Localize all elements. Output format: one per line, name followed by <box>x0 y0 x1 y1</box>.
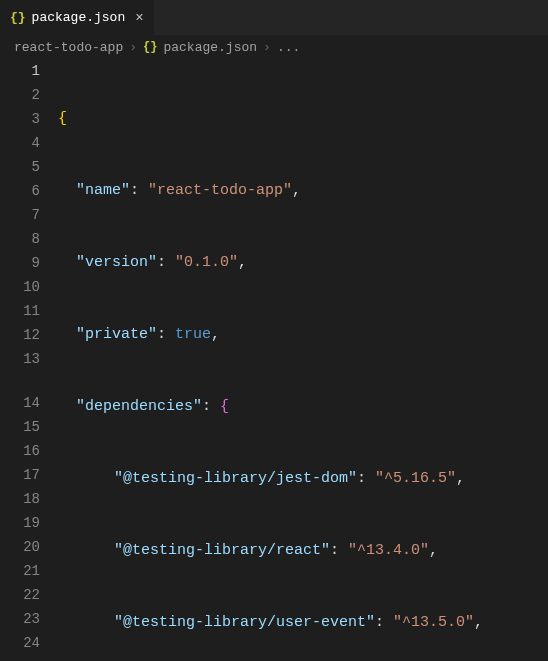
breadcrumb-ellipsis[interactable]: ... <box>277 40 300 55</box>
line-number: 2 <box>0 83 40 107</box>
breadcrumb-root[interactable]: react-todo-app <box>14 40 123 55</box>
tab-label: package.json <box>32 10 126 25</box>
chevron-right-icon: › <box>129 40 137 55</box>
line-number: 21 <box>0 559 40 583</box>
close-icon[interactable]: × <box>135 10 143 26</box>
tab-package-json[interactable]: {} package.json × <box>0 0 155 35</box>
json-file-icon: {} <box>143 40 157 54</box>
line-number: 15 <box>0 415 40 439</box>
json-file-icon: {} <box>10 10 26 25</box>
line-number: 7 <box>0 203 40 227</box>
line-number: 4 <box>0 131 40 155</box>
line-number: 6 <box>0 179 40 203</box>
line-number: 17 <box>0 463 40 487</box>
line-number: 18 <box>0 487 40 511</box>
line-number: 16 <box>0 439 40 463</box>
line-number: 19 <box>0 511 40 535</box>
breadcrumb-file[interactable]: package.json <box>163 40 257 55</box>
line-number: 23 <box>0 607 40 631</box>
line-number: 8 <box>0 227 40 251</box>
line-number: 12 <box>0 323 40 347</box>
line-number: 9 <box>0 251 40 275</box>
tab-bar: {} package.json × <box>0 0 548 35</box>
chevron-right-icon: › <box>263 40 271 55</box>
code-content[interactable]: { "name": "react-todo-app", "version": "… <box>58 59 548 661</box>
code-editor[interactable]: 1 2 3 4 5 6 7 8 9 10 11 12 13 14 15 16 1… <box>0 59 548 661</box>
line-number: 13 <box>0 347 40 371</box>
line-number: 11 <box>0 299 40 323</box>
line-gutter: 1 2 3 4 5 6 7 8 9 10 11 12 13 14 15 16 1… <box>0 59 58 661</box>
line-number: 24 <box>0 631 40 655</box>
line-number: 1 <box>0 59 40 83</box>
line-number: 22 <box>0 583 40 607</box>
line-number: 3 <box>0 107 40 131</box>
breadcrumb[interactable]: react-todo-app › {} package.json › ... <box>0 35 548 59</box>
line-number: 14 <box>0 391 40 415</box>
line-number: 20 <box>0 535 40 559</box>
line-number: 10 <box>0 275 40 299</box>
line-number: 5 <box>0 155 40 179</box>
